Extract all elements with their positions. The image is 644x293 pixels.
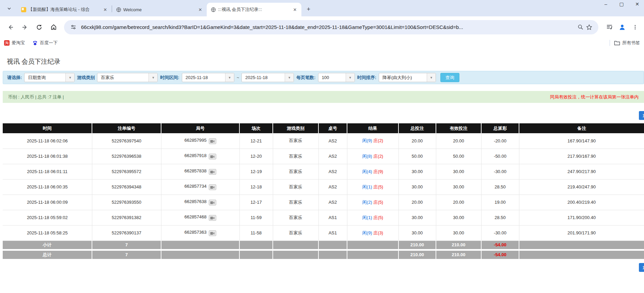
- tab-search-button[interactable]: [4, 3, 14, 14]
- close-tab-icon[interactable]: ✕: [292, 7, 298, 12]
- game-type-select[interactable]: 百家乐 ▼: [97, 73, 158, 82]
- note: 167.90/147.90: [519, 133, 644, 149]
- chevron-down-icon[interactable]: ▼: [346, 73, 355, 82]
- close-tab-icon[interactable]: ✕: [197, 7, 203, 12]
- result-cell: 闲(9) 庄(2): [347, 133, 398, 149]
- video-replay-icon[interactable]: [209, 154, 216, 159]
- bet-id: 522976390137: [92, 225, 161, 241]
- chevron-down-icon[interactable]: ▼: [225, 73, 234, 82]
- bookmark-star-icon[interactable]: [585, 23, 594, 32]
- tab-active-betrecord[interactable]: :::视讯 会员下注纪录::: ✕: [207, 3, 301, 16]
- zoom-icon[interactable]: [576, 23, 585, 32]
- table-no: AS2: [318, 179, 347, 195]
- valid-bet: 20.00: [436, 133, 481, 149]
- media-controls-icon[interactable]: [604, 22, 615, 33]
- round-id-cell: 662857995: [161, 133, 239, 149]
- player-result: 闲(9): [362, 230, 372, 235]
- home-button[interactable]: [48, 21, 59, 33]
- result-cell: 闲(1) 庄(5): [347, 179, 398, 195]
- chevron-down-icon[interactable]: ▼: [285, 73, 294, 82]
- video-replay-icon[interactable]: [209, 169, 216, 175]
- back-button[interactable]: [5, 21, 16, 33]
- close-tab-icon[interactable]: ✕: [102, 7, 108, 12]
- bookmark-aitaobao[interactable]: 淘 爱淘宝: [4, 40, 25, 46]
- valid-bet: 30.00: [436, 225, 481, 241]
- page-1-button[interactable]: 1: [639, 263, 644, 272]
- video-replay-icon[interactable]: [209, 184, 216, 190]
- globe-favicon-icon: [211, 7, 216, 12]
- total-bet[interactable]: 20.00: [398, 195, 436, 210]
- table-no: AS2: [318, 133, 347, 149]
- table-no: AS2: [318, 195, 347, 210]
- sort-select[interactable]: 降幂(由大到小) ▼: [379, 73, 436, 82]
- banker-result: 庄(5): [373, 200, 383, 205]
- chevron-down-icon[interactable]: ▼: [427, 73, 436, 82]
- round-id: 662857468: [184, 214, 206, 219]
- bet-time: 2025-11-18 06:00:35: [3, 179, 92, 195]
- page-size-select[interactable]: 100 ▼: [318, 73, 355, 82]
- browser-window: 【新提醒】海燕策略论坛 - 综合 ✕ Welcome ✕ :::视讯 会员下注纪…: [0, 0, 644, 48]
- reload-button[interactable]: [33, 21, 45, 33]
- tab-forum[interactable]: 【新提醒】海燕策略论坛 - 综合 ✕: [17, 3, 112, 16]
- session-no: 11-59: [239, 210, 273, 225]
- game-type-value: 百家乐: [97, 73, 148, 82]
- round-id-cell: 662857638: [161, 195, 239, 210]
- total-valid-bet: 210.00: [436, 250, 481, 259]
- url-text[interactable]: 66cxkj98.com/game/betrecord_search/kind3…: [81, 24, 572, 30]
- note: 171.90/200.40: [519, 210, 644, 225]
- bet-id: 522976393550: [92, 195, 161, 210]
- date-start-value: 2025-11-18: [182, 73, 225, 82]
- total-count: 7: [92, 250, 161, 259]
- subtotal-label: 小计: [3, 241, 92, 250]
- chevron-down-icon[interactable]: ▼: [148, 73, 157, 82]
- total-bet[interactable]: 30.00: [398, 164, 436, 179]
- forward-button[interactable]: [19, 21, 31, 33]
- search-button[interactable]: 查询: [440, 73, 459, 82]
- total-bet[interactable]: 50.00: [398, 149, 436, 164]
- col-payout: 总派彩: [481, 123, 519, 133]
- forum-favicon-icon: [21, 7, 26, 12]
- result-cell: 闲(4) 庄(9): [347, 164, 398, 179]
- valid-bet: 30.00: [436, 179, 481, 195]
- maximize-button[interactable]: ▢: [617, 1, 626, 7]
- game-type-label: 游戏类别: [77, 75, 95, 81]
- total-bet[interactable]: 30.00: [398, 179, 436, 195]
- bookmark-label: 爱淘宝: [12, 40, 25, 46]
- video-replay-icon[interactable]: [209, 138, 216, 144]
- video-replay-icon[interactable]: [209, 200, 216, 205]
- video-replay-icon[interactable]: [209, 230, 216, 236]
- forward-arrow-icon: [22, 24, 28, 30]
- minimize-button[interactable]: –: [601, 1, 611, 7]
- window-controls: – ▢ ✕: [601, 1, 642, 7]
- round-id-cell: 662857734: [161, 179, 239, 195]
- col-note: 备注: [519, 123, 644, 133]
- bookmark-baidu[interactable]: 百度一下: [32, 40, 58, 46]
- new-tab-button[interactable]: +: [304, 5, 313, 14]
- address-bar[interactable]: 66cxkj98.com/game/betrecord_search/kind3…: [64, 20, 598, 34]
- tab-welcome[interactable]: Welcome ✕: [112, 3, 207, 16]
- game-type: 百家乐: [273, 133, 318, 149]
- total-bet[interactable]: 30.00: [398, 225, 436, 241]
- result-cell: 闲(2) 庄(5): [347, 195, 398, 210]
- col-table-no: 桌号: [318, 123, 347, 133]
- round-id-cell: 662857468: [161, 210, 239, 225]
- video-replay-icon[interactable]: [209, 215, 216, 221]
- page-1-button[interactable]: 1: [639, 111, 644, 120]
- bookmark-label: 百度一下: [40, 40, 58, 46]
- browser-menu-icon[interactable]: [630, 22, 641, 33]
- query-type-select[interactable]: 日期查询 ▼: [24, 73, 75, 82]
- profile-avatar-icon[interactable]: [617, 22, 628, 33]
- total-bet[interactable]: 30.00: [398, 210, 436, 225]
- total-bet[interactable]: 20.00: [398, 133, 436, 149]
- close-window-button[interactable]: ✕: [632, 1, 642, 7]
- taobao-icon: 淘: [4, 40, 10, 46]
- date-start-select[interactable]: 2025-11-18 ▼: [182, 73, 234, 82]
- chevron-down-icon[interactable]: ▼: [65, 73, 74, 82]
- all-bookmarks-button[interactable]: 所有书签: [614, 40, 640, 46]
- total-payout: -54.00: [481, 250, 519, 259]
- table-row: 2025-11-18 06:00:09 522976393550 6628576…: [3, 195, 644, 210]
- site-settings-icon[interactable]: [69, 23, 78, 32]
- globe-favicon-icon: [116, 7, 121, 12]
- date-end-select[interactable]: 2025-11-18 ▼: [241, 73, 294, 82]
- col-time: 时间: [3, 123, 92, 133]
